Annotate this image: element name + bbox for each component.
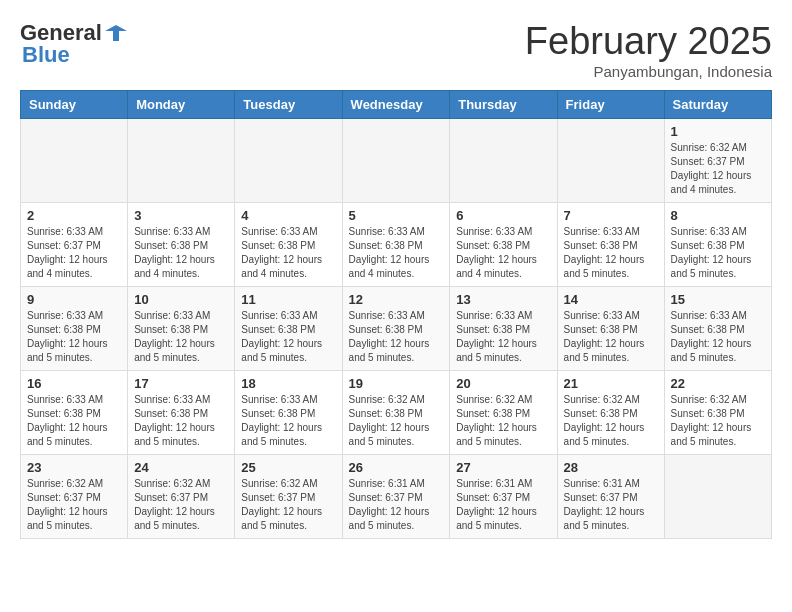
day-info: Sunrise: 6:32 AM Sunset: 6:38 PM Dayligh… [349,393,444,449]
day-number: 13 [456,292,550,307]
calendar-cell: 23Sunrise: 6:32 AM Sunset: 6:37 PM Dayli… [21,455,128,539]
day-info: Sunrise: 6:31 AM Sunset: 6:37 PM Dayligh… [456,477,550,533]
day-info: Sunrise: 6:33 AM Sunset: 6:38 PM Dayligh… [134,393,228,449]
calendar-cell [342,119,450,203]
day-info: Sunrise: 6:32 AM Sunset: 6:37 PM Dayligh… [671,141,765,197]
calendar-cell: 24Sunrise: 6:32 AM Sunset: 6:37 PM Dayli… [128,455,235,539]
day-info: Sunrise: 6:33 AM Sunset: 6:38 PM Dayligh… [671,225,765,281]
day-number: 22 [671,376,765,391]
weekday-header-wednesday: Wednesday [342,91,450,119]
day-number: 5 [349,208,444,223]
weekday-header-tuesday: Tuesday [235,91,342,119]
weekday-header-friday: Friday [557,91,664,119]
day-number: 9 [27,292,121,307]
day-info: Sunrise: 6:33 AM Sunset: 6:38 PM Dayligh… [241,309,335,365]
day-info: Sunrise: 6:32 AM Sunset: 6:38 PM Dayligh… [456,393,550,449]
calendar-cell: 5Sunrise: 6:33 AM Sunset: 6:38 PM Daylig… [342,203,450,287]
day-number: 7 [564,208,658,223]
calendar-cell: 21Sunrise: 6:32 AM Sunset: 6:38 PM Dayli… [557,371,664,455]
day-info: Sunrise: 6:33 AM Sunset: 6:38 PM Dayligh… [134,225,228,281]
day-info: Sunrise: 6:31 AM Sunset: 6:37 PM Dayligh… [349,477,444,533]
weekday-header-saturday: Saturday [664,91,771,119]
day-number: 4 [241,208,335,223]
day-number: 14 [564,292,658,307]
day-info: Sunrise: 6:32 AM Sunset: 6:37 PM Dayligh… [27,477,121,533]
calendar-cell: 4Sunrise: 6:33 AM Sunset: 6:38 PM Daylig… [235,203,342,287]
day-info: Sunrise: 6:33 AM Sunset: 6:38 PM Dayligh… [241,225,335,281]
calendar-cell: 13Sunrise: 6:33 AM Sunset: 6:38 PM Dayli… [450,287,557,371]
day-number: 8 [671,208,765,223]
calendar-subtitle: Panyambungan, Indonesia [525,63,772,80]
day-info: Sunrise: 6:33 AM Sunset: 6:38 PM Dayligh… [456,309,550,365]
day-number: 25 [241,460,335,475]
calendar-cell: 27Sunrise: 6:31 AM Sunset: 6:37 PM Dayli… [450,455,557,539]
day-number: 6 [456,208,550,223]
day-number: 10 [134,292,228,307]
calendar-title: February 2025 [525,20,772,63]
day-number: 3 [134,208,228,223]
day-info: Sunrise: 6:33 AM Sunset: 6:38 PM Dayligh… [27,309,121,365]
calendar-cell: 25Sunrise: 6:32 AM Sunset: 6:37 PM Dayli… [235,455,342,539]
day-number: 21 [564,376,658,391]
day-number: 15 [671,292,765,307]
calendar-cell: 7Sunrise: 6:33 AM Sunset: 6:38 PM Daylig… [557,203,664,287]
calendar-cell: 6Sunrise: 6:33 AM Sunset: 6:38 PM Daylig… [450,203,557,287]
day-info: Sunrise: 6:33 AM Sunset: 6:37 PM Dayligh… [27,225,121,281]
calendar-cell: 16Sunrise: 6:33 AM Sunset: 6:38 PM Dayli… [21,371,128,455]
day-number: 11 [241,292,335,307]
page-header: General Blue February 2025 Panyambungan,… [20,20,772,80]
calendar-table: SundayMondayTuesdayWednesdayThursdayFrid… [20,90,772,539]
day-number: 1 [671,124,765,139]
day-number: 17 [134,376,228,391]
calendar-cell [450,119,557,203]
day-number: 26 [349,460,444,475]
day-info: Sunrise: 6:32 AM Sunset: 6:38 PM Dayligh… [671,393,765,449]
calendar-cell: 14Sunrise: 6:33 AM Sunset: 6:38 PM Dayli… [557,287,664,371]
day-number: 2 [27,208,121,223]
calendar-cell: 20Sunrise: 6:32 AM Sunset: 6:38 PM Dayli… [450,371,557,455]
day-number: 19 [349,376,444,391]
day-info: Sunrise: 6:32 AM Sunset: 6:38 PM Dayligh… [564,393,658,449]
calendar-cell: 18Sunrise: 6:33 AM Sunset: 6:38 PM Dayli… [235,371,342,455]
day-info: Sunrise: 6:33 AM Sunset: 6:38 PM Dayligh… [349,225,444,281]
calendar-cell: 8Sunrise: 6:33 AM Sunset: 6:38 PM Daylig… [664,203,771,287]
title-area: February 2025 Panyambungan, Indonesia [525,20,772,80]
calendar-cell: 19Sunrise: 6:32 AM Sunset: 6:38 PM Dayli… [342,371,450,455]
day-info: Sunrise: 6:32 AM Sunset: 6:37 PM Dayligh… [241,477,335,533]
calendar-cell [664,455,771,539]
day-number: 23 [27,460,121,475]
day-number: 18 [241,376,335,391]
weekday-header-monday: Monday [128,91,235,119]
day-info: Sunrise: 6:33 AM Sunset: 6:38 PM Dayligh… [456,225,550,281]
calendar-cell [557,119,664,203]
calendar-week-row: 9Sunrise: 6:33 AM Sunset: 6:38 PM Daylig… [21,287,772,371]
calendar-cell: 3Sunrise: 6:33 AM Sunset: 6:38 PM Daylig… [128,203,235,287]
day-info: Sunrise: 6:33 AM Sunset: 6:38 PM Dayligh… [241,393,335,449]
day-info: Sunrise: 6:32 AM Sunset: 6:37 PM Dayligh… [134,477,228,533]
calendar-cell: 26Sunrise: 6:31 AM Sunset: 6:37 PM Dayli… [342,455,450,539]
weekday-header-row: SundayMondayTuesdayWednesdayThursdayFrid… [21,91,772,119]
calendar-cell: 2Sunrise: 6:33 AM Sunset: 6:37 PM Daylig… [21,203,128,287]
day-number: 27 [456,460,550,475]
day-number: 20 [456,376,550,391]
day-number: 28 [564,460,658,475]
calendar-cell [235,119,342,203]
calendar-week-row: 2Sunrise: 6:33 AM Sunset: 6:37 PM Daylig… [21,203,772,287]
day-info: Sunrise: 6:33 AM Sunset: 6:38 PM Dayligh… [671,309,765,365]
day-number: 16 [27,376,121,391]
calendar-cell: 28Sunrise: 6:31 AM Sunset: 6:37 PM Dayli… [557,455,664,539]
calendar-cell: 9Sunrise: 6:33 AM Sunset: 6:38 PM Daylig… [21,287,128,371]
weekday-header-thursday: Thursday [450,91,557,119]
weekday-header-sunday: Sunday [21,91,128,119]
day-info: Sunrise: 6:33 AM Sunset: 6:38 PM Dayligh… [27,393,121,449]
calendar-cell [21,119,128,203]
calendar-cell [128,119,235,203]
logo: General Blue [20,20,127,68]
calendar-cell: 15Sunrise: 6:33 AM Sunset: 6:38 PM Dayli… [664,287,771,371]
day-info: Sunrise: 6:33 AM Sunset: 6:38 PM Dayligh… [564,225,658,281]
day-info: Sunrise: 6:31 AM Sunset: 6:37 PM Dayligh… [564,477,658,533]
day-info: Sunrise: 6:33 AM Sunset: 6:38 PM Dayligh… [349,309,444,365]
calendar-cell: 10Sunrise: 6:33 AM Sunset: 6:38 PM Dayli… [128,287,235,371]
calendar-week-row: 23Sunrise: 6:32 AM Sunset: 6:37 PM Dayli… [21,455,772,539]
svg-marker-0 [105,25,127,41]
